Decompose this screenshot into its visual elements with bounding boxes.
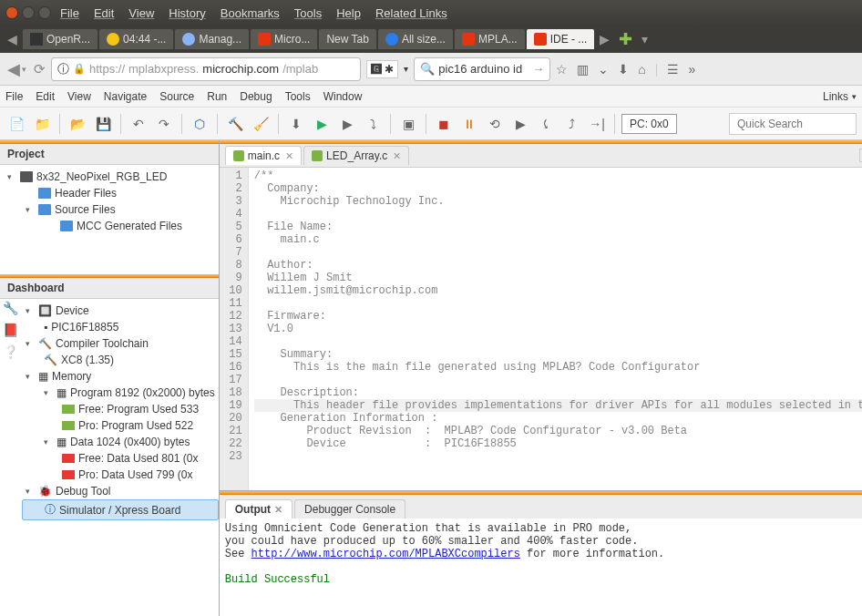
window-close-button[interactable]	[5, 6, 18, 19]
ide-links-dropdown-icon[interactable]: ▾	[852, 92, 857, 101]
run-to-cursor-button[interactable]: →|	[586, 113, 608, 135]
new-file-button[interactable]: 📄	[5, 113, 27, 135]
close-icon[interactable]: ✕	[285, 150, 293, 162]
device-node[interactable]: ▾🔲Device	[22, 303, 219, 319]
code-text[interactable]: /** Company: Microchip Technology Inc. F…	[249, 168, 862, 490]
toolchain-node[interactable]: ▾🔨Compiler Toolchain	[22, 335, 219, 352]
ide-menu-run[interactable]: Run	[207, 90, 227, 103]
close-icon[interactable]: ✕	[393, 150, 401, 162]
back-dropdown-icon[interactable]: ▾	[22, 65, 26, 74]
url-input[interactable]: ⓘ 🔒 https://mplabxpress.microchip.com/mp…	[51, 57, 361, 81]
reset-button[interactable]: ⟲	[484, 113, 506, 135]
debugger-console-tab[interactable]: Debugger Console	[294, 499, 405, 518]
step-out-button[interactable]: ⤴	[560, 113, 582, 135]
pocket-icon[interactable]: ⌄	[598, 62, 609, 77]
new-project-button[interactable]: 📁	[31, 113, 53, 135]
toolchain-name[interactable]: 🔨XC8 (1.35)	[22, 352, 219, 368]
menu-bookmarks[interactable]: Bookmarks	[221, 6, 280, 20]
menu-help[interactable]: Help	[336, 6, 361, 20]
program-memory-node[interactable]: ▾▦Program 8192 (0x2000) bytes	[22, 385, 219, 401]
project-root[interactable]: ▾8x32_NeoPixel_RGB_LED	[0, 169, 219, 185]
data-memory-node[interactable]: ▾▦Data 1024 (0x400) bytes	[22, 434, 219, 450]
device-name[interactable]: ▪PIC16F18855	[22, 319, 219, 335]
quick-search-input[interactable]	[729, 113, 857, 135]
ide-menu-tools[interactable]: Tools	[285, 90, 311, 103]
window-minimize-button[interactable]	[22, 6, 35, 19]
run-button[interactable]: ▶	[311, 113, 333, 135]
search-go-icon[interactable]: →	[532, 62, 544, 76]
bookmark-star-icon[interactable]: ☆	[556, 62, 568, 77]
build-button[interactable]: 🔨	[224, 113, 246, 135]
search-input[interactable]: 🔍 pic16 arduino id →	[414, 57, 550, 81]
home-icon[interactable]: ⌂	[638, 62, 645, 77]
undo-button[interactable]: ↶	[128, 113, 149, 135]
browser-tab[interactable]: OpenR...	[23, 29, 97, 49]
menu-view[interactable]: View	[128, 6, 154, 20]
ide-links-label[interactable]: Links	[823, 90, 848, 103]
data-pro[interactable]: Pro: Data Used 799 (0x	[22, 467, 219, 483]
header-files-node[interactable]: Header Files	[0, 185, 219, 201]
back-button[interactable]: ◀	[7, 59, 20, 79]
browser-tab[interactable]: MPLA...	[455, 29, 525, 49]
open-button[interactable]: 📂	[67, 113, 88, 135]
editor-tab-main[interactable]: main.c✕	[225, 146, 302, 165]
ide-menu-file[interactable]: File	[5, 90, 23, 103]
debug-main-button[interactable]: ▶	[336, 113, 358, 135]
dash-refresh-icon[interactable]: 🔧	[2, 301, 18, 317]
ide-menu-view[interactable]: View	[67, 90, 91, 103]
output-link[interactable]: http://www.microchip.com/MPLABXCcompiler…	[251, 548, 520, 560]
library-icon[interactable]: ▥	[577, 62, 589, 77]
ide-menu-window[interactable]: Window	[323, 90, 363, 103]
reload-button[interactable]: ⟳	[34, 61, 46, 77]
source-files-node[interactable]: ▾Source Files	[0, 201, 219, 218]
search-engine-icon[interactable]: 🅶 ✱	[366, 60, 398, 78]
menu-related-links[interactable]: Related Links	[375, 6, 447, 20]
hamburger-icon[interactable]: ☰	[667, 62, 679, 77]
debug-tool-node[interactable]: ▾🐞Debug Tool	[22, 483, 219, 499]
new-tab-button[interactable]: ✚	[619, 29, 632, 49]
close-icon[interactable]: ✕	[274, 504, 282, 516]
overflow-icon[interactable]: »	[688, 62, 695, 77]
tab-dropdown-icon[interactable]: ▾	[638, 32, 652, 46]
dash-help-icon[interactable]: ❔	[2, 344, 18, 361]
browser-tab[interactable]: 04:44 -...	[99, 29, 173, 49]
download-button[interactable]: ⬇	[285, 113, 307, 135]
search-engine-dropdown-icon[interactable]: ▾	[404, 64, 408, 74]
output-tab[interactable]: Output✕	[225, 499, 292, 518]
breakpoint-button[interactable]: ▣	[397, 113, 419, 135]
browser-tab[interactable]: All size...	[378, 29, 453, 49]
ide-menu-debug[interactable]: Debug	[240, 90, 272, 103]
mcc-files-node[interactable]: MCC Generated Files	[0, 218, 219, 234]
step-into-button[interactable]: ⤹	[535, 113, 557, 135]
tab-scroll-left-icon[interactable]: ◀	[4, 32, 21, 46]
redo-button[interactable]: ↷	[153, 113, 175, 135]
step-over-button[interactable]: ⤵	[362, 113, 384, 135]
ide-menu-source[interactable]: Source	[159, 90, 194, 103]
save-button[interactable]: 💾	[92, 113, 114, 135]
mcc-button[interactable]: ⬡	[189, 113, 210, 135]
ide-menu-navigate[interactable]: Navigate	[104, 90, 147, 103]
browser-tab[interactable]: Manag...	[175, 29, 249, 49]
browser-tab-active[interactable]: IDE - ...	[527, 29, 595, 49]
memory-node[interactable]: ▾▦Memory	[22, 368, 219, 385]
data-free[interactable]: Free: Data Used 801 (0x	[22, 450, 219, 467]
menu-file[interactable]: File	[60, 6, 79, 20]
simulator-node[interactable]: ⓘSimulator / Xpress Board	[22, 499, 219, 520]
continue-button[interactable]: ▶	[509, 113, 531, 135]
pause-button[interactable]: ⏸	[458, 113, 480, 135]
clean-build-button[interactable]: 🧹	[250, 113, 272, 135]
tab-scroll-right-icon[interactable]: ▶	[596, 32, 613, 46]
code-editor[interactable]: 1234567891011121314151617181920212223 /*…	[220, 168, 862, 490]
editor-tab-led[interactable]: LED_Array.c✕	[303, 146, 409, 165]
output-console[interactable]: Using Omnicient Code Generation that is …	[220, 518, 862, 616]
browser-tab[interactable]: New Tab	[319, 29, 375, 49]
ide-menu-edit[interactable]: Edit	[36, 90, 55, 103]
menu-edit[interactable]: Edit	[94, 6, 114, 20]
menu-tools[interactable]: Tools	[294, 6, 322, 20]
stop-button[interactable]: ◼	[433, 113, 455, 135]
window-maximize-button[interactable]	[38, 6, 51, 19]
download-icon[interactable]: ⬇	[618, 62, 629, 77]
program-pro[interactable]: Pro: Program Used 522	[22, 417, 219, 434]
browser-tab[interactable]: Micro...	[251, 29, 317, 49]
menu-history[interactable]: History	[169, 6, 205, 20]
